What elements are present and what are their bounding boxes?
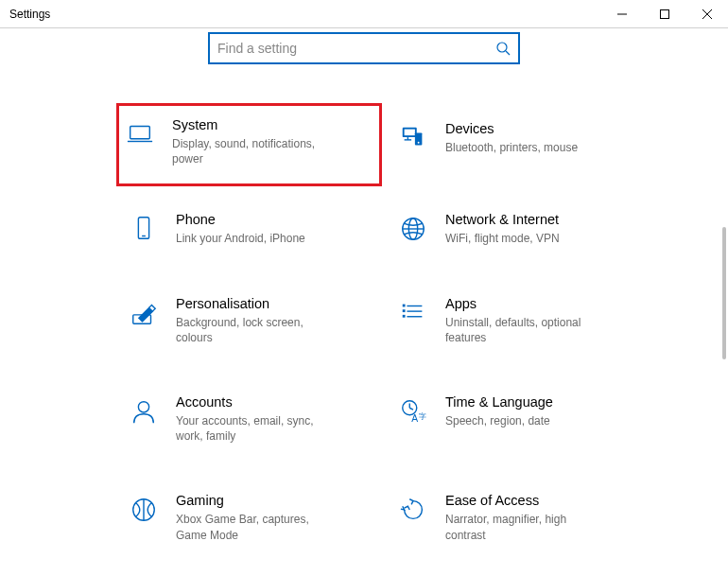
content-area: SystemDisplay, sound, notifications, pow…	[0, 28, 728, 576]
settings-grid: SystemDisplay, sound, notifications, pow…	[0, 64, 728, 549]
gaming-icon	[129, 495, 159, 525]
settings-tile-phone[interactable]: PhoneLink your Android, iPhone	[123, 206, 355, 252]
maximize-button[interactable]	[643, 0, 685, 28]
tile-desc: WiFi, flight mode, VPN	[445, 231, 606, 246]
tile-title: Accounts	[176, 394, 349, 410]
laptop-icon	[125, 119, 155, 149]
close-button[interactable]	[685, 0, 728, 28]
tile-desc: Your accounts, email, sync, work, family	[176, 413, 337, 444]
search-icon	[495, 41, 511, 56]
tile-title: System	[172, 117, 353, 132]
settings-tile-network-internet[interactable]: Network & InternetWiFi, flight mode, VPN	[392, 206, 624, 252]
minimize-button[interactable]	[600, 0, 643, 28]
svg-point-4	[497, 43, 507, 52]
tile-desc: Xbox Game Bar, captures, Game Mode	[176, 512, 337, 542]
settings-tile-ease-of-access[interactable]: Ease of AccessNarrator, magnifier, high …	[392, 487, 624, 548]
titlebar: Settings	[0, 0, 728, 28]
time-lang-icon	[398, 396, 428, 427]
person-icon	[129, 396, 159, 427]
tile-title: Apps	[445, 296, 618, 311]
tile-desc: Uninstall, defaults, optional features	[445, 315, 606, 345]
settings-tile-apps[interactable]: AppsUninstall, defaults, optional featur…	[392, 290, 624, 351]
tile-title: Network & Internet	[445, 212, 618, 227]
tile-desc: Display, sound, notifications, power	[172, 136, 333, 166]
tile-title: Time & Language	[445, 394, 618, 410]
tile-desc: Bluetooth, printers, mouse	[445, 140, 606, 155]
settings-tile-time-language[interactable]: Time & LanguageSpeech, region, date	[392, 389, 624, 449]
window-title: Settings	[0, 8, 600, 21]
svg-rect-1	[660, 9, 668, 18]
tile-title: Personalisation	[176, 296, 349, 311]
settings-tile-devices[interactable]: DevicesBluetooth, printers, mouse	[392, 115, 624, 168]
globe-icon	[398, 214, 428, 244]
settings-tile-gaming[interactable]: GamingXbox Game Bar, captures, Game Mode	[123, 487, 355, 548]
settings-tile-personalisation[interactable]: PersonalisationBackground, lock screen, …	[123, 290, 355, 351]
svg-line-5	[506, 51, 510, 55]
tile-title: Phone	[176, 212, 349, 227]
tile-title: Devices	[445, 121, 618, 136]
scrollbar-thumb[interactable]	[722, 227, 726, 359]
devices-icon	[398, 123, 428, 153]
settings-tile-accounts[interactable]: AccountsYour accounts, email, sync, work…	[123, 389, 355, 449]
tile-title: Gaming	[176, 493, 349, 508]
tile-title: Ease of Access	[445, 493, 618, 508]
tile-desc: Speech, region, date	[445, 413, 606, 428]
settings-tile-system[interactable]: SystemDisplay, sound, notifications, pow…	[119, 106, 379, 183]
tile-desc: Background, lock screen, colours	[176, 315, 337, 345]
phone-icon	[129, 214, 159, 244]
search-box[interactable]	[208, 32, 520, 64]
search-input[interactable]	[217, 41, 495, 56]
apps-icon	[398, 298, 428, 328]
pen-icon	[129, 298, 159, 328]
ease-icon	[398, 495, 428, 525]
tile-desc: Link your Android, iPhone	[176, 231, 337, 246]
tile-desc: Narrator, magnifier, high contrast	[445, 512, 606, 542]
